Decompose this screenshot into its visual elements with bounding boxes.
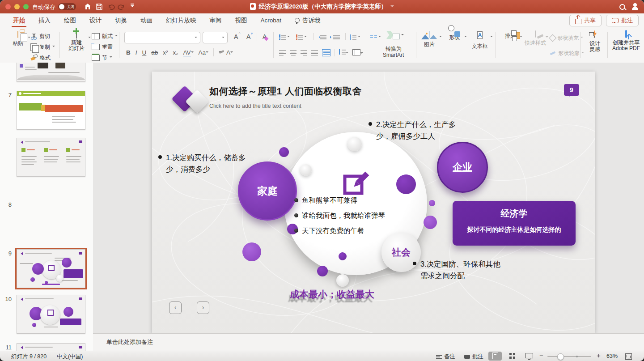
tab-animations[interactable]: 动画 xyxy=(134,13,159,28)
tab-design[interactable]: 设计 xyxy=(83,13,108,28)
comments-button[interactable]: 批注 xyxy=(606,15,639,26)
thumbnail-slide-7[interactable] xyxy=(17,91,85,130)
superscript-button[interactable]: x² xyxy=(163,49,168,56)
convert-to-smartart-button[interactable] xyxy=(386,31,404,40)
bullet-firms[interactable]: 2.决定生产什么，生产多少，雇佣多少工人 xyxy=(369,119,458,142)
thumbnail-slide-8[interactable] xyxy=(17,138,85,177)
layout-button[interactable]: 版式 xyxy=(92,32,118,41)
italic-button[interactable]: I xyxy=(136,49,137,56)
decrease-indent-button[interactable] xyxy=(318,33,326,42)
create-adobe-pdf-button[interactable]: 创建并共享 Adobe PDF xyxy=(610,31,642,51)
notes-toggle-button[interactable]: 备注 xyxy=(436,353,455,361)
cut-button[interactable]: 剪切 xyxy=(30,32,50,41)
shapes-button[interactable]: 形状 xyxy=(445,31,463,41)
zoom-slider-knob[interactable] xyxy=(557,353,564,360)
language-indicator[interactable]: 中文(中国) xyxy=(57,353,83,361)
bold-button[interactable]: B xyxy=(126,49,131,56)
bullet-households[interactable]: 1.决定购买什么，储蓄多少，消费多少 xyxy=(158,152,254,175)
zoom-in-button[interactable]: + xyxy=(597,352,601,359)
highlight-color-button[interactable] xyxy=(219,49,221,55)
line-spacing-button[interactable] xyxy=(350,33,360,42)
normal-view-button[interactable] xyxy=(488,352,502,361)
tab-draw[interactable]: 绘图 xyxy=(57,13,83,28)
picture-button[interactable]: 图片 xyxy=(420,31,438,47)
font-size-combobox[interactable] xyxy=(203,32,228,43)
shrink-font-button[interactable]: Av xyxy=(245,33,252,40)
distribute-text-button[interactable] xyxy=(322,49,330,56)
zoom-out-button[interactable]: − xyxy=(539,352,543,359)
tab-slideshow[interactable]: 幻灯片放映 xyxy=(159,13,203,28)
textbox-button[interactable]: A 文本框 xyxy=(470,31,490,49)
smartart-label[interactable]: 转换为 SmartArt xyxy=(383,46,404,58)
tab-acrobat[interactable]: Acrobat xyxy=(254,13,288,28)
thumbnail-slide-9-selected[interactable] xyxy=(17,249,85,288)
section-button[interactable]: 节 xyxy=(92,53,112,62)
thumbnail-slide-11[interactable] xyxy=(17,343,85,351)
paste-button[interactable]: 粘贴 xyxy=(8,31,28,47)
subscript-button[interactable]: x₂ xyxy=(173,49,178,56)
quick-styles-button[interactable]: 快速样式 xyxy=(523,31,547,46)
slide-title[interactable]: 如何选择～原理1 人们面临权衡取舍 xyxy=(209,85,362,98)
slide-sorter-view-button[interactable] xyxy=(505,352,519,361)
economics-title: 经济学 xyxy=(453,208,576,220)
increase-indent-button[interactable] xyxy=(331,33,340,42)
tab-transitions[interactable]: 切换 xyxy=(108,13,134,28)
numbering-button[interactable] xyxy=(296,33,307,42)
tab-review[interactable]: 审阅 xyxy=(203,13,229,28)
prev-slide-button[interactable]: ‹ xyxy=(169,302,182,314)
zoom-percentage[interactable]: 63% xyxy=(606,353,618,359)
tab-view[interactable]: 视图 xyxy=(229,13,254,28)
align-right-button[interactable] xyxy=(301,50,307,55)
slideshow-view-button[interactable] xyxy=(522,352,536,361)
shape-outline-button[interactable]: 形状轮廓 xyxy=(550,49,584,58)
slide-thumbnail-panel: 7 8 xyxy=(0,63,93,351)
arrange-button[interactable]: 排列 xyxy=(501,30,520,39)
comment-bubble-icon xyxy=(612,18,619,23)
copy-button[interactable]: 复制 xyxy=(30,42,55,51)
notes-pane[interactable]: 单击此处添加备注 xyxy=(93,333,644,351)
bullets-button[interactable] xyxy=(279,33,290,42)
bullet-society[interactable]: 3.决定国防、环保和其他需求之间分配 xyxy=(413,259,507,281)
align-center-button[interactable] xyxy=(290,50,297,55)
tab-insert[interactable]: 插入 xyxy=(32,13,57,28)
font-color-button[interactable]: A xyxy=(226,49,233,56)
zoom-slider[interactable] xyxy=(547,356,591,357)
design-ideas-button[interactable]: 设计 灵感 xyxy=(585,31,605,52)
circle-enterprise[interactable]: 企业 xyxy=(437,142,488,193)
slide-subtitle[interactable]: Click here to add the title text content xyxy=(209,103,301,109)
reset-button[interactable]: 重置 xyxy=(92,42,113,51)
cut-icon xyxy=(30,33,37,40)
adobe-pdf-icon xyxy=(625,30,627,38)
powerpoint-window: 自动保存 关闭 经济学原理2020版（中大南方学院李学英老师） 开始 插入 绘图… xyxy=(0,0,644,361)
document-title-area[interactable]: 经济学原理2020版（中大南方学院李学英老师） xyxy=(0,3,644,11)
new-slide-button[interactable]: 新建 幻灯片 xyxy=(64,31,89,51)
change-case-button[interactable]: Aa xyxy=(199,49,209,56)
text-direction-button[interactable] xyxy=(339,49,348,56)
thumbnail-slide-10[interactable] xyxy=(17,295,85,334)
align-left-button[interactable] xyxy=(279,50,286,55)
font-name-combobox[interactable] xyxy=(124,32,200,43)
center-bullet-list[interactable]: 鱼和熊掌不可兼得 谁给我面包，我就给谁弹琴 天下没有免费的午餐 xyxy=(294,196,385,242)
grow-font-button[interactable]: A^ xyxy=(233,33,239,40)
thumbnail-slide-6[interactable] xyxy=(17,63,85,82)
comments-toggle-button[interactable]: 批注 xyxy=(464,353,483,361)
clear-formatting-button[interactable]: A xyxy=(261,33,269,40)
bottom-phrase[interactable]: 成本最小；收益最大 成本最小；收益最大 xyxy=(290,288,374,301)
shape-fill-button[interactable]: 形状填充 xyxy=(550,34,583,42)
tab-tell-me[interactable]: 告诉我 xyxy=(288,13,327,28)
character-spacing-button[interactable]: AV xyxy=(183,49,194,56)
align-text-button[interactable] xyxy=(352,49,363,57)
next-slide-button[interactable]: › xyxy=(197,302,209,314)
justify-button[interactable] xyxy=(311,50,318,55)
format-painter-button[interactable]: 格式 xyxy=(30,53,51,62)
economics-box[interactable]: 经济学 探讨不同的经济主体是如何选择的 xyxy=(453,201,576,246)
strikethrough-button[interactable]: ab xyxy=(151,49,158,56)
search-icon[interactable] xyxy=(619,4,625,10)
tab-home[interactable]: 开始 xyxy=(6,13,32,28)
columns-button[interactable] xyxy=(370,33,381,42)
share-button[interactable]: 共享 xyxy=(569,15,602,26)
fit-to-window-button[interactable] xyxy=(625,352,632,361)
account-icon[interactable] xyxy=(631,3,640,10)
underline-button[interactable]: U xyxy=(142,49,147,56)
slide-canvas[interactable]: 如何选择～原理1 人们面临权衡取舍 Click here to add the … xyxy=(152,72,595,333)
